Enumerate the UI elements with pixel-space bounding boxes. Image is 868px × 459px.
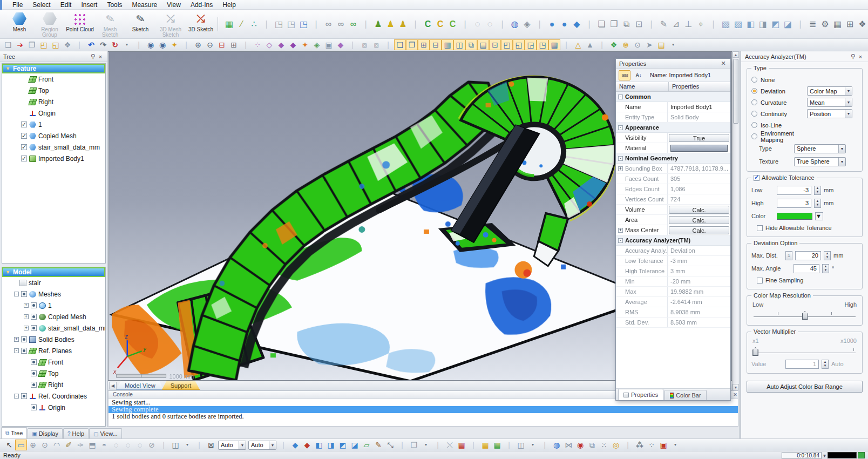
toolbar-icon[interactable]: |	[560, 39, 572, 50]
scroll-up-icon[interactable]: ▲	[733, 51, 739, 58]
radio-row[interactable]: Environment Mapping ▼	[751, 131, 858, 142]
max-dist-field[interactable]: 20	[795, 251, 821, 260]
toolbar-icon[interactable]: ▣	[323, 39, 335, 50]
panel-tab[interactable]: ? Help	[63, 428, 89, 438]
property-row[interactable]: Visibility True	[616, 133, 730, 143]
toolbar-icon[interactable]: ◆	[289, 440, 301, 450]
toolbar-icon[interactable]: ⁘	[252, 39, 263, 50]
property-value[interactable]: 19.9882 mm	[667, 287, 730, 296]
toolbar-icon[interactable]: ♟	[397, 17, 409, 31]
toolbar-icon[interactable]: |	[180, 39, 192, 50]
toolbar-icon[interactable]: ◳	[273, 17, 285, 31]
toolbar-icon[interactable]: ⬒	[86, 440, 98, 450]
toolbar-icon[interactable]: ◫	[453, 39, 465, 50]
visibility-checkbox[interactable]	[21, 156, 27, 161]
toolbar-icon[interactable]: ⚙	[819, 17, 831, 31]
panel-tab[interactable]: ▢ View...	[89, 428, 122, 438]
spinner[interactable]: ▲▼	[814, 186, 821, 195]
toolbar-icon[interactable]: ≣	[806, 17, 819, 31]
vector-slider[interactable]	[751, 344, 858, 358]
expander-icon[interactable]: -	[618, 238, 623, 243]
toolbar-icon[interactable]: |	[133, 39, 145, 50]
toolbar-icon[interactable]: ◲	[525, 39, 537, 50]
tab-properties[interactable]: Properties	[618, 389, 663, 400]
property-row[interactable]: - Appearance	[616, 123, 730, 133]
tree-item[interactable]: Right	[2, 96, 105, 107]
chevron-down-icon[interactable]: ▼	[815, 212, 823, 220]
menu-item[interactable]: Select	[28, 0, 55, 10]
visibility-checkbox[interactable]	[21, 291, 27, 297]
toolbar-icon[interactable]: ◳	[537, 39, 548, 50]
visibility-checkbox[interactable]	[21, 393, 27, 399]
toolbar-icon[interactable]: ◆	[571, 17, 583, 31]
toolbar-icon[interactable]: ◌	[471, 17, 484, 31]
toolbar-icon[interactable]: ♟	[384, 17, 397, 31]
toolbar-icon[interactable]: ◉	[145, 39, 157, 50]
expander-icon[interactable]: +	[14, 337, 19, 342]
property-value[interactable]: 3 mm	[667, 266, 730, 276]
toolbar-icon[interactable]: ▦	[548, 39, 560, 50]
toolbar-icon[interactable]: |	[539, 440, 551, 450]
toolbar-icon[interactable]: |	[277, 440, 289, 450]
toolbar-icon[interactable]: |	[360, 17, 372, 31]
toolbar-icon[interactable]: ⤡	[384, 440, 396, 450]
toolbar-icon[interactable]: ❖	[608, 39, 620, 50]
visibility-checkbox[interactable]	[31, 359, 37, 365]
toolbar-icon[interactable]: ➤	[643, 39, 655, 50]
toolbar-icon[interactable]: ⧈	[358, 39, 370, 50]
toolbar-icon[interactable]: ⊟	[216, 39, 228, 50]
toolbar-icon[interactable]: ●	[558, 17, 571, 31]
tree-item[interactable]: Imported Body1	[2, 153, 105, 164]
selection-mode-dropdown[interactable]: Auto▼	[218, 441, 246, 450]
toolbar-icon[interactable]: ◈	[311, 39, 323, 50]
toolbar-icon[interactable]: ◎	[610, 440, 622, 450]
toolbar-icon[interactable]: |	[645, 17, 657, 31]
visibility-checkbox[interactable]	[31, 302, 37, 308]
expander-icon[interactable]: -	[14, 292, 19, 296]
toolbar-icon[interactable]: ∞	[347, 17, 360, 31]
toolbar-icon[interactable]: ◧	[313, 440, 325, 450]
property-value[interactable]	[667, 143, 730, 153]
property-row[interactable]: Area Calc.	[616, 215, 730, 225]
close-icon[interactable]: ×	[97, 53, 104, 60]
view-tab[interactable]: Model View	[116, 381, 164, 390]
toolbar-icon[interactable]: ↶	[85, 39, 97, 50]
tree-item[interactable]: Right	[2, 379, 105, 390]
tool-button[interactable]: 3D Sketch	[186, 10, 216, 38]
toolbar-icon[interactable]: ↷	[97, 39, 109, 50]
toolbar-icon[interactable]: |	[459, 17, 471, 31]
property-row[interactable]: - Nominal Geometry	[616, 153, 730, 164]
property-row[interactable]: + Mass Center Calc.	[616, 225, 730, 235]
toolbar-icon[interactable]: ⧉	[586, 440, 598, 450]
expander-icon[interactable]: -	[14, 394, 19, 399]
toolbar-icon[interactable]: ▧	[720, 17, 732, 31]
toolbar-icon[interactable]: ▾	[420, 440, 432, 450]
property-value[interactable]: Deviation	[667, 246, 730, 255]
property-value[interactable]: Calc.	[667, 225, 730, 235]
tree-item[interactable]: - Meshes	[2, 288, 105, 300]
toolbar-icon[interactable]: ◧	[744, 17, 757, 31]
property-row[interactable]: Min -20 mm	[616, 276, 730, 287]
toolbar-icon[interactable]: ✦	[299, 39, 311, 50]
property-row[interactable]: - Common	[616, 92, 730, 102]
toolbar-icon[interactable]: ⊞	[228, 39, 240, 50]
toolbar-icon[interactable]: |	[73, 39, 85, 50]
property-value[interactable]: Solid Body	[667, 112, 730, 122]
toolbar-icon[interactable]: ❖	[62, 39, 73, 50]
tree-item[interactable]: Copied Mesh	[2, 130, 105, 141]
toolbar-icon[interactable]: ↖	[3, 440, 15, 450]
visibility-checkbox[interactable]	[31, 314, 37, 320]
toolbar-icon[interactable]: ◩	[337, 440, 349, 450]
toolbar-icon[interactable]: |	[240, 39, 252, 50]
console-close-icon[interactable]: ✕	[732, 392, 738, 398]
radio-row[interactable]: Curvature Mean▼	[751, 97, 858, 108]
categorize-icon[interactable]	[619, 70, 630, 80]
toolbar-icon[interactable]: ∞	[335, 17, 347, 31]
toolbar-icon[interactable]: ◨	[325, 440, 337, 450]
tool-button[interactable]: Point Cloud	[65, 10, 95, 38]
scroll-down-icon[interactable]: ▼	[733, 384, 739, 390]
radio-row[interactable]: Continuity Position▼	[751, 108, 858, 119]
property-value[interactable]: 1,086	[667, 184, 730, 194]
toolbar-icon[interactable]: ◆	[301, 440, 313, 450]
toolbar-icon[interactable]: |	[347, 39, 358, 50]
